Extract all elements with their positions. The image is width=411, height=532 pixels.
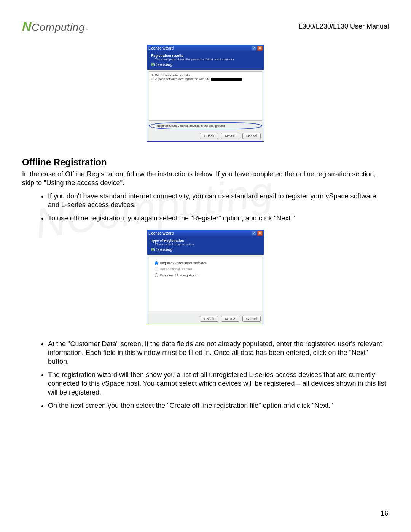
help-icon[interactable]: ? — [251, 46, 256, 51]
next-button[interactable]: Next > — [221, 133, 239, 139]
close-icon[interactable]: X — [257, 46, 263, 51]
dialog-title: License wizard — [148, 46, 174, 50]
dialog-titlebar: License wizard ? X — [147, 230, 264, 236]
ncomputing-logo-small: NComputing — [151, 62, 260, 67]
continue-offline-radio[interactable] — [155, 273, 158, 277]
list-item: On the next screen you then select the "… — [48, 401, 389, 410]
close-icon[interactable]: X — [257, 231, 263, 236]
body-content: Offline Registration In the case of Offl… — [22, 157, 389, 410]
list-item: To use offline registration, you again s… — [48, 214, 389, 223]
dialog-header-band: Type of Registration Please select requi… — [147, 236, 264, 255]
dialog-titlebar: License wizard ? X — [147, 45, 264, 51]
ncomputing-logo-small: NComputing — [151, 248, 260, 252]
help-icon[interactable]: ? — [251, 231, 256, 236]
registration-type-options: Register vSpace server software Get addi… — [149, 257, 262, 311]
manual-title: L300/L230/L130 User Manual — [299, 22, 389, 30]
additional-licenses-radio[interactable] — [155, 267, 158, 271]
next-button[interactable]: Next > — [221, 316, 239, 322]
background-register-checkbox-row[interactable]: Register future L-series devices in the … — [149, 122, 262, 129]
cancel-button[interactable]: Cancel — [242, 316, 261, 322]
list-item: If you don't have standard internet conn… — [48, 192, 389, 209]
logo-tm: ™ — [85, 28, 89, 32]
dialog-title: License wizard — [148, 231, 174, 235]
result-line-2: 2. vSpace software was registered with S… — [151, 77, 260, 81]
list-item: At the "Customer Data" screen, if the da… — [48, 340, 389, 366]
bullet-list-a: If you don't have standard internet conn… — [22, 192, 389, 223]
band-title: Registration results — [151, 54, 260, 58]
intro-paragraph: In the case of Offline Registration, fol… — [22, 170, 389, 187]
results-list: 1. Registered customer data. 2. vSpace s… — [149, 71, 262, 121]
section-heading: Offline Registration — [22, 157, 389, 168]
logo-rest: Computing — [32, 21, 85, 34]
page-header: NComputing™ L300/L230/L130 User Manual — [22, 19, 389, 34]
back-button[interactable]: < Back — [200, 133, 218, 139]
ncomputing-logo: NComputing™ — [22, 19, 88, 34]
background-register-label: Register future L-series devices in the … — [157, 124, 226, 128]
band-subtitle: The result page shows the passed or fail… — [151, 58, 260, 61]
band-subtitle: Please select required action. — [151, 243, 260, 246]
continue-offline-option[interactable]: Continue offline registration — [155, 273, 256, 277]
logo-n: N — [22, 19, 32, 34]
dialog-results-wrap: License wizard ? X Registration results … — [22, 45, 389, 142]
register-vspace-radio[interactable] — [155, 261, 158, 265]
license-wizard-results-dialog: License wizard ? X Registration results … — [147, 45, 264, 142]
additional-licenses-option[interactable]: Get additional licenses — [155, 267, 256, 271]
result-line-1: 1. Registered customer data. — [151, 73, 260, 77]
cancel-button[interactable]: Cancel — [242, 133, 261, 139]
dialog-header-band: Registration results The result page sho… — [147, 51, 264, 70]
license-wizard-type-dialog: License wizard ? X Type of Registration … — [147, 230, 264, 324]
register-vspace-option[interactable]: Register vSpace server software — [155, 261, 256, 265]
background-register-checkbox[interactable] — [152, 124, 155, 128]
bullet-list-b: At the "Customer Data" screen, if the da… — [22, 340, 389, 410]
band-title: Type of Registration — [151, 239, 260, 243]
dialog-button-row: < Back Next > Cancel — [147, 131, 264, 141]
dialog-type-wrap: License wizard ? X Type of Registration … — [22, 230, 389, 324]
back-button[interactable]: < Back — [200, 316, 218, 322]
page-number: 16 — [381, 510, 388, 518]
serial-redacted — [211, 78, 242, 81]
dialog-button-row: < Back Next > Cancel — [147, 313, 264, 324]
list-item: The registration wizard will then show y… — [48, 371, 389, 397]
